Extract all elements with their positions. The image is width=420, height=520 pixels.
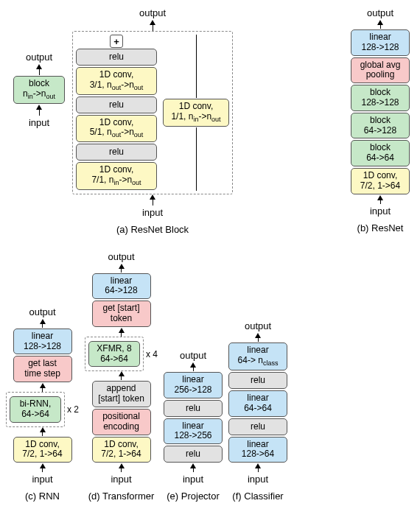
skip-path: 1D conv, 1/1, nin->nout (163, 35, 229, 191)
lin2-box: linear 64->64 (228, 390, 287, 417)
main-path: + relu 1D conv, 3/1, nout->nout relu 1D … (76, 35, 157, 191)
relu-box: relu (76, 49, 157, 66)
input-label: input (183, 474, 203, 485)
arrow-up-icon (150, 194, 155, 200)
panel-a-expanded: output + relu 1D conv, 3/1, nout->nout r… (72, 6, 233, 235)
repeat-note: x 4 (146, 349, 158, 359)
input-label: input (29, 117, 49, 128)
append-box: append [start] token (92, 381, 151, 407)
conv5-box: 1D conv, 5/1, nout->nout (76, 115, 157, 143)
arrow-up-icon (377, 195, 383, 200)
lin3-box: linear 64-> nclass (228, 342, 287, 370)
arrow-up-icon (150, 20, 155, 25)
lin1-box: linear 128->64 (228, 437, 287, 463)
arrow-up-icon (255, 333, 261, 338)
lin2-box: linear 256->128 (164, 372, 223, 398)
relu-box: relu (228, 372, 287, 389)
architecture-diagram: output block nin->nout input output + re… (6, 6, 414, 502)
caption-b: (b) ResNet (357, 222, 404, 233)
lin1-box: linear 128->256 (164, 418, 223, 445)
arrow-up-icon (36, 64, 42, 69)
arrow-up-icon (119, 463, 125, 468)
caption-a: (a) ResNet Block (116, 224, 189, 235)
gap-box: global avg pooling (351, 57, 410, 84)
input-label: input (142, 207, 163, 218)
relu-box: relu (164, 446, 223, 463)
output-label: output (180, 350, 206, 361)
arrow-up-icon (119, 371, 125, 376)
panel-b: output linear 128->128 global avg poolin… (351, 6, 410, 233)
relu-box: relu (228, 418, 287, 435)
arrow-up-icon (255, 463, 261, 468)
posenc-box: positional encoding (92, 409, 151, 435)
arrow-up-icon (40, 463, 46, 468)
caption-e: (e) Projector (167, 491, 220, 502)
top-row: output block nin->nout input output + re… (6, 6, 414, 235)
caption-c: (c) RNN (25, 491, 60, 502)
arrow-up-icon (119, 264, 125, 269)
output-label: output (26, 52, 52, 63)
linear-box: linear 128->128 (13, 328, 72, 355)
block-box: block nin->nout (13, 76, 65, 104)
relu-box: relu (164, 400, 223, 417)
input-label: input (111, 474, 131, 485)
xfmr-repeat-box: XFMR, 8 64->64 (85, 337, 144, 372)
panel-e: output linear 256->128 relu linear 128->… (164, 348, 223, 502)
arrow-up-icon (36, 105, 42, 110)
arrow-up-icon (190, 463, 196, 468)
repeat-note: x 2 (67, 404, 79, 415)
relu-box: relu (76, 144, 157, 161)
getstart-box: get [start] token (92, 301, 151, 327)
conv3-box: 1D conv, 3/1, nout->nout (76, 67, 157, 95)
block1-box: block 64->64 (351, 140, 410, 166)
expanded-dashed-box: + relu 1D conv, 3/1, nout->nout relu 1D … (72, 31, 233, 194)
input-label: input (32, 474, 52, 485)
rnn-repeat-box: bi-RNN, 64->64 (6, 392, 65, 427)
xfmr-box: XFMR, 8 64->64 (88, 341, 140, 368)
panel-d: output linear 64->128 get [start] token … (85, 250, 158, 502)
add-op: + (110, 35, 123, 48)
conv-box: 1D conv, 7/2, 1->64 (13, 437, 72, 463)
output-label: output (29, 306, 55, 317)
arrow-up-icon (40, 427, 46, 432)
birnn-box: bi-RNN, 64->64 (10, 396, 61, 423)
output-label: output (367, 7, 393, 18)
block-title: block (29, 78, 49, 88)
panel-a-left: output block nin->nout input (13, 50, 65, 130)
conv-box: 1D conv, 7/2, 1->64 (351, 168, 410, 194)
caption-f: (f) Classifier (232, 491, 283, 502)
bottom-row: output linear 128->128 get last time ste… (6, 250, 414, 502)
skip-conv-box: 1D conv, 1/1, nin->nout (163, 99, 229, 127)
linear-box: linear 64->128 (92, 273, 151, 300)
arrow-up-icon (377, 20, 383, 25)
getlast-box: get last time step (13, 356, 72, 382)
input-label: input (248, 474, 268, 485)
output-label: output (139, 7, 166, 18)
conv7-box: 1D conv, 7/1, nin->nout (76, 162, 157, 190)
arrow-up-icon (40, 319, 46, 324)
input-label: input (370, 205, 391, 217)
linear-box: linear 128->128 (351, 29, 410, 56)
block2-box: block 64->128 (351, 113, 410, 139)
panel-f: output linear 64-> nclass relu linear 64… (228, 319, 287, 502)
relu-box: relu (76, 96, 157, 113)
block-dims: nin->nout (23, 88, 55, 99)
caption-d: (d) Transformer (88, 491, 155, 502)
output-label: output (245, 320, 271, 331)
panel-c: output linear 128->128 get last time ste… (6, 305, 79, 502)
conv-box: 1D conv, 7/2, 1->64 (92, 437, 151, 463)
arrow-up-icon (40, 383, 46, 388)
block3-box: block 128->128 (351, 85, 410, 111)
arrow-up-icon (119, 328, 125, 333)
output-label: output (108, 251, 134, 262)
arrow-up-icon (190, 362, 196, 368)
